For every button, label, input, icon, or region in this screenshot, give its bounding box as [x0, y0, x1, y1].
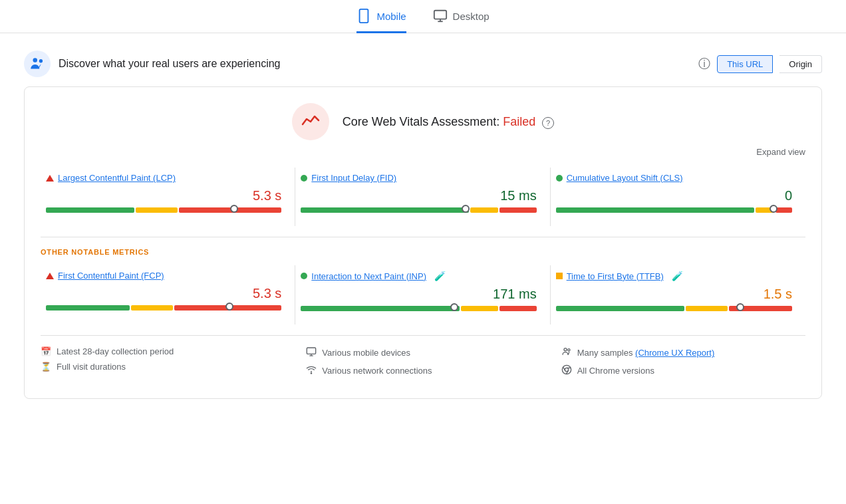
expand-view-link[interactable]: Expand view [756, 147, 805, 157]
metric-inp-name[interactable]: Interaction to Next Paint (INP) [311, 271, 426, 281]
metric-cls-header: Cumulative Layout Shift (CLS) [556, 173, 792, 183]
desktop-icon [433, 9, 448, 23]
header-row: Discover what your real users are experi… [24, 44, 822, 86]
svg-rect-0 [360, 9, 368, 23]
footer-devices: Various mobile devices [306, 346, 539, 359]
other-metrics-label: OTHER NOTABLE METRICS [41, 248, 805, 256]
metric-lcp-name[interactable]: Largest Contentful Paint (LCP) [58, 173, 176, 183]
footer-collection-period: 📅 Latest 28-day collection period [41, 346, 285, 356]
footer-chrome-versions: All Chrome versions [561, 364, 795, 377]
tab-desktop[interactable]: Desktop [433, 9, 490, 33]
metric-inp-status-icon [301, 273, 307, 279]
tab-mobile[interactable]: Mobile [356, 9, 406, 33]
svg-point-6 [39, 59, 43, 63]
svg-point-11 [564, 348, 567, 351]
chrome-icon [561, 364, 572, 377]
svg-rect-2 [434, 11, 446, 19]
footer-devices-text: Various mobile devices [322, 348, 410, 358]
avatar-icon [24, 51, 51, 77]
users-icon [29, 55, 46, 72]
expand-row: Expand view [41, 147, 805, 157]
bar-inp-red [499, 306, 537, 311]
bar-ttfb-marker [736, 303, 744, 311]
metric-cls-name[interactable]: Cumulative Layout Shift (CLS) [567, 173, 683, 183]
bar-ttfb-yellow [686, 306, 728, 311]
header-left: Discover what your real users are experi… [24, 51, 280, 77]
bar-inp-green [301, 306, 459, 311]
footer-visit-durations: ⏳ Full visit durations [41, 362, 285, 372]
header-title: Discover what your real users are experi… [59, 58, 280, 70]
assessment-text: Core Web Vitals Assessment: Failed ? [343, 115, 554, 129]
assessment-help-icon[interactable]: ? [542, 117, 554, 129]
footer-col1: 📅 Latest 28-day collection period ⏳ Full… [41, 346, 295, 382]
bar-ttfb-green [556, 306, 684, 311]
footer-col3: Many samples (Chrome UX Report) All Chro… [551, 346, 805, 382]
bar-inp-marker [450, 303, 458, 311]
metric-ttfb-header: Time to First Byte (TTFB) 🧪 [556, 271, 792, 281]
metric-fid-header: First Input Delay (FID) [301, 173, 536, 183]
metric-fcp-value: 5.3 s [46, 286, 281, 301]
inp-lab-icon: 🧪 [434, 271, 446, 281]
metric-lcp: Largest Contentful Paint (LCP) 5.3 s [41, 168, 295, 226]
metric-fcp-name[interactable]: First Contentful Paint (FCP) [58, 271, 164, 281]
calendar-icon: 📅 [41, 346, 51, 356]
bar-fcp-marker [225, 303, 233, 311]
footer-visit-text: Full visit durations [57, 362, 126, 372]
metric-inp-header: Interaction to Next Paint (INP) 🧪 [301, 271, 536, 281]
metric-cls-status-icon [556, 175, 563, 182]
metric-lcp-value: 5.3 s [46, 188, 281, 203]
this-url-button[interactable]: This URL [717, 55, 773, 73]
core-metrics-grid: Largest Contentful Paint (LCP) 5.3 s Fir… [41, 168, 805, 226]
tab-desktop-label: Desktop [453, 11, 490, 22]
section-divider [41, 237, 805, 237]
chrome-ux-report-link[interactable]: (Chrome UX Report) [635, 348, 714, 358]
wifi-icon [306, 364, 317, 377]
metric-fid-status-icon [301, 175, 307, 182]
bar-inp-yellow [461, 306, 498, 311]
clock-icon: ⏳ [41, 362, 51, 372]
bar-lcp-yellow [136, 207, 178, 213]
header-right: ⓘ This URL Origin [698, 55, 822, 73]
bar-cls-marker [770, 205, 777, 213]
metric-fid-name[interactable]: First Input Delay (FID) [311, 173, 396, 183]
ttfb-lab-icon: 🧪 [672, 271, 683, 281]
other-metrics-grid: First Contentful Paint (FCP) 5.3 s Inter… [41, 265, 805, 324]
metric-fid-bar [301, 207, 536, 213]
metric-cls: Cumulative Layout Shift (CLS) 0 [551, 168, 805, 226]
metric-fcp-header: First Contentful Paint (FCP) [46, 271, 281, 281]
metric-inp-value: 171 ms [301, 287, 536, 302]
footer-network-text: Various network connections [322, 366, 432, 376]
assessment-title-prefix: Core Web Vitals Assessment: Failed [343, 115, 535, 128]
metric-fcp-status-icon [46, 273, 54, 279]
metric-ttfb-value: 1.5 s [556, 287, 792, 302]
metric-ttfb-name[interactable]: Time to First Byte (TTFB) [567, 271, 664, 281]
assessment-status-icon [292, 103, 329, 140]
metric-ttfb: Time to First Byte (TTFB) 🧪 1.5 s [551, 265, 805, 324]
metric-fid: First Input Delay (FID) 15 ms [295, 168, 550, 226]
info-icon[interactable]: ⓘ [698, 56, 710, 72]
origin-button[interactable]: Origin [779, 55, 822, 73]
main-content: Discover what your real users are experi… [11, 33, 835, 410]
svg-point-10 [311, 373, 312, 374]
svg-rect-7 [307, 348, 316, 354]
metric-fid-value: 15 ms [301, 188, 536, 203]
people-icon [561, 346, 572, 359]
metric-inp: Interaction to Next Paint (INP) 🧪 171 ms [295, 265, 550, 324]
cwv-card: Core Web Vitals Assessment: Failed ? Exp… [24, 86, 822, 399]
metric-cls-value: 0 [556, 188, 792, 203]
footer-row: 📅 Latest 28-day collection period ⏳ Full… [41, 335, 805, 382]
tab-bar: Mobile Desktop [0, 0, 846, 33]
bar-cls-green [556, 207, 755, 213]
bar-fid-green [301, 207, 468, 213]
metric-lcp-header: Largest Contentful Paint (LCP) [46, 173, 281, 183]
footer-network: Various network connections [306, 364, 539, 377]
metric-cls-bar [556, 207, 792, 213]
bar-fcp-green [46, 305, 130, 311]
tab-mobile-label: Mobile [376, 11, 406, 22]
metric-fcp: First Contentful Paint (FCP) 5.3 s [41, 265, 295, 324]
footer-col2: Various mobile devices Various network c… [295, 346, 550, 382]
bar-fid-yellow [470, 207, 498, 213]
mobile-icon [356, 9, 371, 23]
footer-samples: Many samples (Chrome UX Report) [561, 346, 795, 359]
metric-inp-bar [301, 306, 536, 311]
